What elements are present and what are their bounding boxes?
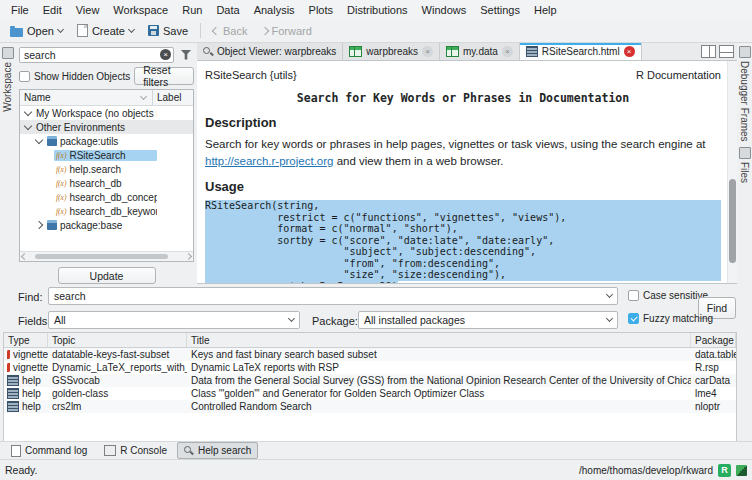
save-button[interactable]: Save — [142, 22, 194, 40]
menu-data[interactable]: Data — [209, 2, 246, 18]
function-icon: f(x) — [56, 179, 66, 188]
back-arrow-icon — [212, 26, 220, 34]
tree-item-other-environments[interactable]: Other Environments — [20, 120, 193, 134]
chevron-down-icon — [606, 291, 613, 298]
package-label: Package: — [312, 315, 358, 327]
fields-label: Fields: — [18, 315, 50, 327]
close-icon[interactable]: × — [502, 46, 513, 57]
scroll-right-icon[interactable] — [184, 254, 193, 259]
help-icon — [7, 401, 19, 412]
menu-distributions[interactable]: Distributions — [340, 2, 415, 18]
result-row[interactable]: help golden-class Class '"golden"' and G… — [4, 387, 736, 400]
fields-combobox[interactable]: All — [48, 311, 300, 329]
usage-code-block[interactable]: RSiteSearch(string, restrict = c("functi… — [205, 200, 721, 284]
column-header-title[interactable]: Title — [187, 333, 691, 347]
clear-search-icon[interactable]: × — [160, 49, 171, 60]
label-column-header[interactable]: Label — [153, 92, 193, 103]
show-hidden-checkbox[interactable]: Show Hidden Objects — [19, 71, 130, 82]
chevron-down-icon — [606, 315, 613, 322]
checkbox-box — [19, 71, 30, 82]
tree-item-hsearch-db-concepts[interactable]: f(x) hsearch_db_concepts — [20, 190, 193, 204]
search-r-project-link[interactable]: http://search.r-project.org — [205, 155, 333, 167]
results-header: Type Topic Title Package — [4, 333, 736, 348]
menu-plots[interactable]: Plots — [302, 2, 340, 18]
close-icon[interactable]: × — [422, 46, 433, 57]
menu-run[interactable]: Run — [175, 2, 209, 18]
checkbox-box — [628, 313, 639, 324]
menu-file[interactable]: File — [4, 2, 36, 18]
chevron-down-icon — [57, 26, 64, 33]
object-search-input[interactable]: search × — [19, 47, 174, 63]
code-line: restrict = c("functions", "vignettes", "… — [205, 212, 721, 224]
r-engine-status-badge[interactable]: R — [718, 464, 731, 477]
close-icon[interactable]: × — [624, 46, 635, 57]
tree-item-package-base[interactable]: package:base — [20, 218, 193, 232]
tab-rsitesearch-html[interactable]: RSiteSearch.html × — [520, 43, 642, 60]
tab-command-log[interactable]: Command log — [4, 442, 94, 460]
result-row[interactable]: vignette Dynamic_LaTeX_reports_with_RSP … — [4, 361, 736, 374]
tab-my-data[interactable]: my.data × — [440, 43, 520, 60]
scrollbar-thumb[interactable] — [729, 179, 736, 263]
column-header-package[interactable]: Package — [691, 333, 736, 347]
filter-button[interactable] — [178, 47, 194, 63]
code-line: "subject", "subject:descending", — [205, 246, 721, 258]
column-header-type[interactable]: Type — [4, 333, 48, 347]
workspace-dock-tab[interactable]: Workspace — [2, 47, 14, 112]
search-results-table: Type Topic Title Package vignette datata… — [3, 332, 737, 441]
menu-view[interactable]: View — [69, 2, 107, 18]
scroll-left-icon[interactable] — [20, 254, 29, 259]
menu-help[interactable]: Help — [527, 2, 564, 18]
create-button[interactable]: Create — [71, 21, 140, 40]
menu-bar: File Edit View Workspace Run Data Analys… — [0, 0, 752, 19]
tree-item-package-utils[interactable]: package:utils — [20, 134, 193, 148]
package-icon — [47, 136, 57, 146]
horizontal-scrollbar[interactable] — [20, 251, 193, 261]
engine-status-icon[interactable] — [736, 465, 747, 476]
chevron-down-icon — [128, 26, 135, 33]
status-bar: Ready. /home/thomas/develop/rkward R — [0, 459, 752, 480]
tree-item-help-search[interactable]: f(x) help.search — [20, 162, 193, 176]
code-line: RSiteSearch(string, — [205, 200, 721, 212]
tree-item-hsearch-db[interactable]: f(x) hsearch_db — [20, 176, 193, 190]
expander-icon[interactable] — [24, 108, 32, 116]
tab-object-viewer[interactable]: Object Viewer: warpbreaks — [197, 43, 343, 60]
open-button[interactable]: Open — [4, 22, 69, 40]
document-scrollbar[interactable] — [727, 61, 737, 283]
object-list: Name Label My Workspace (no objects matc… — [19, 89, 194, 262]
expander-icon[interactable] — [24, 122, 32, 130]
menu-settings[interactable]: Settings — [473, 2, 527, 18]
reset-filters-button[interactable]: Reset filters — [134, 67, 194, 85]
case-sensitive-checkbox[interactable]: Case sensitive — [628, 290, 708, 301]
update-button[interactable]: Update — [58, 267, 156, 284]
result-row[interactable]: help GSSvocab Data from the General Soci… — [4, 374, 736, 387]
result-row[interactable]: vignette datatable-keys-fast-subset Keys… — [4, 348, 736, 361]
save-icon — [148, 25, 159, 36]
tab-help-search[interactable]: Help search — [177, 442, 258, 459]
tab-warpbreaks[interactable]: warpbreaks × — [343, 43, 440, 60]
split-vertical-icon[interactable] — [701, 45, 716, 58]
result-row[interactable]: help crs2lm Controlled Random Search nlo… — [4, 400, 736, 413]
menu-workspace[interactable]: Workspace — [106, 2, 175, 18]
expander-icon[interactable] — [35, 136, 43, 144]
fuzzy-matching-checkbox[interactable]: Fuzzy matching — [628, 313, 713, 324]
tree-item-rsitesearch[interactable]: f(x) RSiteSearch — [20, 148, 193, 162]
menu-windows[interactable]: Windows — [415, 2, 474, 18]
function-icon: f(x) — [56, 193, 66, 202]
scrollbar-thumb[interactable] — [35, 254, 168, 259]
find-combobox[interactable]: search — [48, 287, 618, 305]
bottom-tool-bar: Command log R Console Help search — [0, 441, 752, 459]
back-button[interactable]: Back — [207, 22, 253, 40]
tree-item-my-workspace[interactable]: My Workspace (no objects matching filter… — [20, 106, 193, 120]
files-dock-tab[interactable]: Files — [739, 147, 751, 183]
menu-edit[interactable]: Edit — [36, 2, 69, 18]
tree-item-hsearch-db-keywords[interactable]: f(x) hsearch_db_keywords — [20, 204, 193, 218]
column-header-topic[interactable]: Topic — [48, 333, 187, 347]
name-column-header[interactable]: Name — [20, 90, 153, 105]
debugger-frames-dock-tab[interactable]: Debugger Frames — [739, 46, 751, 142]
forward-button[interactable]: Forward — [256, 22, 318, 40]
expander-icon[interactable] — [35, 221, 43, 229]
tab-r-console[interactable]: R Console — [97, 442, 174, 459]
split-horizontal-icon[interactable] — [719, 45, 734, 58]
menu-analysis[interactable]: Analysis — [247, 2, 302, 18]
package-combobox[interactable]: All installed packages — [358, 311, 618, 329]
